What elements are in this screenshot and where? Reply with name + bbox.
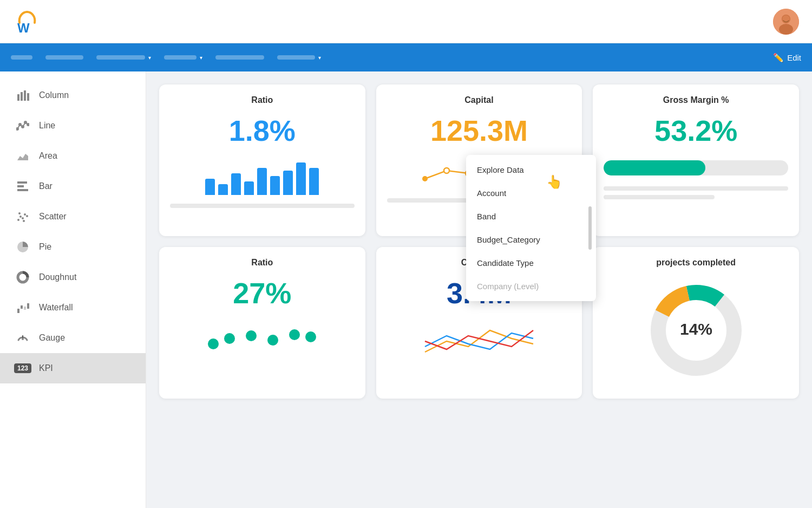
dropdown-item-account[interactable]: Account	[466, 181, 596, 205]
sidebar-item-column-label: Column	[39, 90, 69, 100]
svg-rect-26	[21, 305, 23, 309]
svg-rect-15	[17, 185, 24, 187]
svg-point-38	[224, 333, 235, 344]
nav-item-3[interactable]: ▾	[96, 55, 151, 61]
sidebar-item-gauge-label: Gauge	[39, 333, 65, 343]
svg-rect-25	[17, 309, 19, 313]
svg-point-21	[26, 215, 28, 217]
doughnut-icon	[15, 270, 30, 285]
chart-title-ratio-2: Ratio	[170, 258, 355, 268]
bar-chart-icon	[15, 88, 30, 103]
bar-2	[218, 184, 228, 195]
chevron-down-icon-1: ▾	[148, 55, 151, 61]
svg-point-18	[19, 216, 22, 218]
svg-point-41	[289, 329, 300, 340]
dropdown-item-explore-data[interactable]: Explore Data	[466, 158, 596, 181]
progress-bar-track	[604, 160, 788, 175]
sidebar-item-scatter[interactable]: Scatter	[0, 201, 146, 232]
svg-point-9	[16, 128, 18, 130]
nav-item-6[interactable]: ▾	[277, 55, 321, 61]
svg-point-37	[208, 338, 219, 349]
dropdown-item-company-level[interactable]: Company (Level)	[466, 275, 596, 298]
edit-icon: ✏️	[773, 53, 784, 63]
svg-point-10	[19, 123, 21, 126]
top-header: W	[0, 0, 812, 43]
explore-data-dropdown: Explore Data Account Band Budget_Categor…	[466, 155, 596, 301]
chart-footer-3	[604, 186, 788, 191]
svg-point-3	[779, 24, 793, 35]
sidebar-item-kpi-label: KPI	[39, 363, 53, 373]
svg-rect-5	[17, 94, 19, 101]
sidebar-item-area[interactable]: Area	[0, 141, 146, 171]
bar-4	[244, 181, 254, 195]
sidebar-item-line[interactable]: Line	[0, 110, 146, 141]
svg-point-42	[305, 331, 316, 342]
sidebar-item-gauge[interactable]: Gauge	[0, 323, 146, 353]
sidebar-item-scatter-label: Scatter	[39, 212, 67, 222]
chart-title-gross-margin: Gross Margin %	[604, 95, 788, 105]
kpi-badge: 123	[14, 363, 31, 373]
mini-scatter-chart	[170, 314, 355, 357]
svg-rect-6	[21, 92, 23, 101]
bar-5	[257, 168, 267, 195]
svg-rect-16	[17, 189, 28, 191]
dropdown-item-candidate-type[interactable]: Candidate Type	[466, 251, 596, 275]
svg-point-20	[24, 213, 26, 216]
chart-title-projects: projects completed	[604, 258, 788, 268]
nav-item-2[interactable]	[45, 55, 83, 60]
svg-point-23	[23, 220, 25, 222]
svg-point-12	[24, 121, 27, 123]
chart-footer-3b	[604, 195, 714, 199]
multi-line-chart	[387, 314, 572, 363]
line-chart-icon	[15, 118, 30, 133]
sidebar-item-doughnut[interactable]: Doughnut	[0, 262, 146, 292]
svg-point-31	[422, 176, 428, 181]
chart-card-projects: projects completed 14%	[593, 247, 799, 399]
dashboard: Ratio 1.8% Capital 125.3M	[146, 71, 812, 508]
sidebar-item-pie[interactable]: Pie	[0, 232, 146, 262]
chart-card-ratio-2: Ratio 27%	[159, 247, 365, 399]
chart-card-capital-1: Capital 125.3M Explore	[376, 84, 582, 236]
svg-point-19	[22, 217, 24, 219]
chart-card-gross-margin: Gross Margin % 53.2%	[593, 84, 799, 236]
chart-value-gross-margin: 53.2%	[604, 114, 788, 147]
doughnut-container: 14%	[604, 276, 788, 385]
chart-title-capital-1: Capital	[387, 95, 572, 105]
chart-value-capital-1: 125.3M	[387, 114, 572, 147]
chart-footer-1	[170, 204, 355, 208]
dropdown-item-budget-category[interactable]: Budget_Category	[466, 228, 596, 251]
svg-rect-7	[24, 90, 26, 101]
bar-8	[296, 162, 306, 195]
nav-items: ▾ ▾ ▾	[11, 55, 321, 61]
progress-bar-container	[604, 160, 788, 175]
mini-bar-chart-1	[170, 152, 355, 195]
chart-value-ratio-2: 27%	[170, 276, 355, 310]
svg-point-32	[444, 168, 449, 173]
sidebar-item-doughnut-label: Doughnut	[39, 272, 76, 282]
svg-text:W: W	[17, 21, 30, 35]
sidebar-item-area-label: Area	[39, 151, 57, 161]
chart-card-ratio-1: Ratio 1.8%	[159, 84, 365, 236]
nav-item-4[interactable]: ▾	[164, 55, 202, 61]
dropdown-item-band[interactable]: Band	[466, 205, 596, 228]
edit-button[interactable]: ✏️ Edit	[773, 53, 801, 63]
waterfall-icon	[15, 300, 30, 315]
nav-item-1[interactable]	[11, 55, 32, 60]
user-avatar[interactable]	[773, 9, 799, 35]
scatter-icon	[15, 209, 30, 224]
sidebar-item-kpi[interactable]: 123 KPI	[0, 353, 146, 383]
svg-point-22	[18, 212, 21, 214]
kpi-icon: 123	[15, 361, 30, 376]
logo: W	[13, 8, 41, 36]
gauge-icon	[15, 330, 30, 346]
svg-text:14%: 14%	[680, 320, 712, 338]
sidebar-item-waterfall-label: Waterfall	[39, 303, 73, 312]
sidebar: Column Line Area	[0, 71, 146, 508]
sidebar-item-waterfall[interactable]: Waterfall	[0, 292, 146, 323]
svg-point-40	[267, 335, 278, 346]
sidebar-item-column[interactable]: Column	[0, 80, 146, 110]
bar-7	[283, 171, 293, 195]
sidebar-item-bar[interactable]: Bar	[0, 171, 146, 201]
svg-rect-8	[27, 93, 29, 101]
nav-item-5[interactable]	[215, 55, 264, 60]
